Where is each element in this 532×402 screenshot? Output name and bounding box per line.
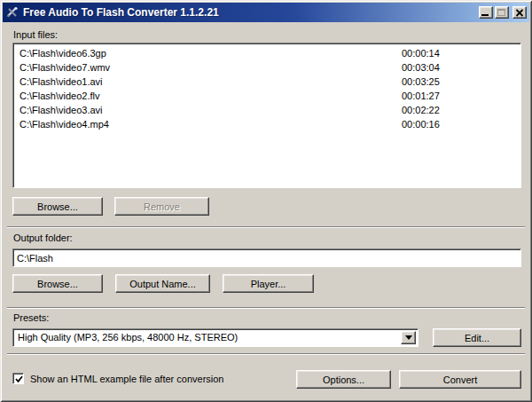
section-divider bbox=[7, 353, 525, 355]
convert-button[interactable]: Convert bbox=[399, 370, 521, 389]
show-html-checkbox-label: Show an HTML example file after conversi… bbox=[30, 374, 223, 384]
section-divider bbox=[7, 307, 525, 309]
list-item[interactable]: C:\Flash\video6.3gp 00:00:14 bbox=[13, 46, 520, 60]
file-duration: 00:03:04 bbox=[402, 60, 440, 75]
presets-dropdown[interactable]: High Quality (MP3, 256 kbps, 48000 Hz, S… bbox=[12, 328, 419, 347]
list-item[interactable]: C:\Flash\video1.avi 00:03:25 bbox=[13, 75, 520, 89]
title-bar[interactable]: Free Audio To Flash Converter 1.1.2.21 bbox=[3, 3, 529, 22]
window-title: Free Audio To Flash Converter 1.1.2.21 bbox=[23, 6, 479, 19]
input-files-list[interactable]: C:\Flash\video6.3gp 00:00:14 C:\Flash\vi… bbox=[12, 43, 521, 188]
minimize-icon bbox=[481, 14, 489, 16]
file-path: C:\Flash\video3.avi bbox=[20, 103, 402, 117]
file-path: C:\Flash\video7.wmv bbox=[20, 60, 402, 75]
input-browse-button[interactable]: Browse... bbox=[12, 197, 103, 216]
player-button[interactable]: Player... bbox=[223, 274, 314, 293]
input-files-label: Input files: bbox=[13, 29, 58, 40]
show-html-checkbox[interactable] bbox=[12, 373, 24, 384]
options-button[interactable]: Options... bbox=[296, 370, 391, 389]
list-item[interactable]: C:\Flash\video7.wmv 00:03:04 bbox=[13, 60, 520, 75]
app-window: Free Audio To Flash Converter 1.1.2.21 I… bbox=[0, 0, 532, 402]
file-duration: 00:00:14 bbox=[402, 46, 440, 60]
preset-selected-value: High Quality (MP3, 256 kbps, 48000 Hz, S… bbox=[18, 332, 398, 343]
presets-label: Presets: bbox=[13, 312, 49, 323]
file-duration: 00:02:22 bbox=[402, 103, 440, 117]
dropdown-button[interactable] bbox=[401, 331, 416, 344]
maximize-button[interactable] bbox=[495, 6, 509, 19]
file-duration: 00:01:27 bbox=[402, 89, 440, 103]
remove-button[interactable]: Remove bbox=[114, 197, 209, 216]
maximize-icon bbox=[497, 9, 505, 16]
file-duration: 00:03:25 bbox=[402, 75, 440, 89]
file-path: C:\Flash\video1.avi bbox=[20, 75, 402, 89]
list-item[interactable]: C:\Flash\video4.mp4 00:00:16 bbox=[13, 117, 520, 131]
output-browse-button[interactable]: Browse... bbox=[12, 274, 103, 293]
output-name-button[interactable]: Output Name... bbox=[115, 274, 210, 293]
list-item[interactable]: C:\Flash\video3.avi 00:02:22 bbox=[13, 103, 520, 117]
file-path: C:\Flash\video4.mp4 bbox=[20, 117, 402, 131]
edit-preset-button[interactable]: Edit... bbox=[433, 328, 521, 347]
file-path: C:\Flash\video6.3gp bbox=[20, 46, 402, 60]
output-folder-input[interactable] bbox=[12, 248, 521, 267]
app-icon bbox=[5, 5, 20, 20]
close-button[interactable] bbox=[512, 6, 527, 19]
output-folder-label: Output folder: bbox=[13, 233, 73, 243]
file-duration: 00:00:16 bbox=[402, 117, 440, 131]
section-divider bbox=[7, 226, 525, 228]
close-icon bbox=[515, 9, 524, 17]
chevron-down-icon bbox=[405, 335, 412, 340]
list-item[interactable]: C:\Flash\video2.flv 00:01:27 bbox=[13, 89, 520, 103]
window-controls bbox=[479, 6, 527, 19]
file-path: C:\Flash\video2.flv bbox=[20, 89, 402, 103]
minimize-button[interactable] bbox=[479, 6, 493, 19]
checkmark-icon bbox=[14, 374, 24, 384]
